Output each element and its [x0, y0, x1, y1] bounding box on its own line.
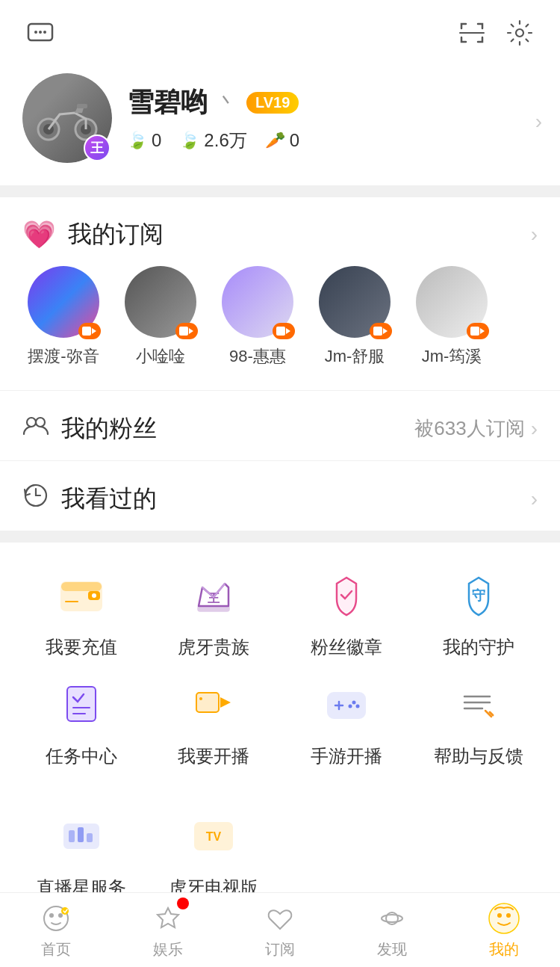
list-item[interactable]: 摆渡-弥音: [15, 266, 112, 368]
menu-item-recharge[interactable]: 我要充值: [15, 565, 148, 659]
svg-point-41: [352, 701, 355, 705]
svg-marker-18: [383, 328, 388, 334]
menu-item-noble[interactable]: 王 虎牙贵族: [148, 565, 281, 659]
svg-point-1: [34, 31, 37, 34]
menu-label-recharge: 我要充值: [46, 635, 117, 659]
fans-icon: [22, 412, 49, 445]
nav-icon-subscribe: [262, 900, 298, 936]
fans-subtitle: 被633人订阅: [414, 415, 524, 442]
sub-name: 98-惠惠: [229, 345, 286, 368]
svg-point-62: [506, 913, 511, 918]
subscription-title: 我的订阅: [68, 218, 164, 251]
svg-rect-15: [276, 327, 285, 336]
entertainment-badge: [177, 898, 189, 909]
nav-icon-profile: [486, 900, 522, 936]
menu-item-data[interactable]: 直播星服务: [15, 806, 148, 900]
bottom-navigation: 首页 娱乐 订阅 发现: [0, 892, 560, 967]
live-badge: [78, 323, 101, 339]
svg-rect-19: [470, 327, 479, 336]
svg-rect-51: [87, 833, 93, 842]
svg-rect-31: [67, 687, 96, 721]
nav-item-entertainment[interactable]: 娱乐: [112, 895, 224, 966]
menu-label-guard: 我的守护: [443, 635, 514, 659]
svg-marker-20: [480, 328, 485, 334]
svg-marker-12: [92, 328, 96, 334]
svg-point-2: [39, 31, 42, 34]
history-header[interactable]: 我看过的 ›: [0, 461, 560, 531]
svg-rect-17: [373, 327, 382, 336]
svg-point-5: [516, 29, 523, 37]
svg-point-55: [49, 913, 54, 918]
nav-label-discover: 发现: [377, 939, 407, 960]
profile-section: 王 雪碧哟 丶 LV19 🍃 0 🍃 2.6万 🥕 0 ›: [0, 58, 560, 185]
live-badge: [370, 323, 392, 339]
profile-stats: 🍃 0 🍃 2.6万 🥕 0: [127, 129, 538, 152]
scan-icon[interactable]: [454, 15, 490, 51]
menu-label-noble: 虎牙贵族: [178, 635, 249, 659]
svg-marker-36: [220, 697, 231, 708]
svg-rect-28: [198, 606, 229, 611]
stat-item-leaves2: 🍃 2.6万: [179, 129, 246, 152]
guard-icon: 守: [449, 565, 508, 625]
menu-item-guard[interactable]: 守 我的守护: [413, 565, 546, 659]
nav-item-subscribe[interactable]: 订阅: [224, 895, 336, 966]
settings-icon[interactable]: [502, 15, 538, 51]
svg-point-27: [92, 593, 96, 598]
fans-arrow[interactable]: ›: [531, 417, 538, 441]
menu-item-task[interactable]: 任务中心: [15, 674, 148, 768]
svg-point-57: [61, 907, 69, 915]
nav-icon-entertainment: [150, 900, 186, 936]
nav-label-subscribe: 订阅: [265, 939, 295, 960]
menu-label-game: 手游开播: [311, 744, 382, 768]
menu-item-help[interactable]: 帮助与反馈: [413, 674, 546, 768]
svg-point-61: [497, 913, 502, 918]
profile-arrow[interactable]: ›: [535, 110, 542, 134]
nav-icon-discover: [374, 900, 410, 936]
svg-rect-10: [77, 104, 87, 108]
menu-label-help: 帮助与反馈: [434, 744, 523, 768]
sub-name: Jm-舒服: [325, 345, 385, 368]
nav-item-profile[interactable]: 我的: [448, 895, 560, 966]
svg-rect-11: [82, 327, 91, 336]
svg-point-42: [355, 705, 359, 708]
sub-name: Jm-筠溪: [422, 345, 482, 368]
chat-icon[interactable]: [22, 15, 58, 51]
list-item[interactable]: Jm-筠溪: [403, 266, 500, 368]
menu-item-tv[interactable]: TV 虎牙电视版: [148, 806, 281, 900]
subscription-header: 💗 我的订阅 ›: [0, 197, 560, 266]
subscription-arrow[interactable]: ›: [531, 223, 538, 247]
svg-point-56: [58, 913, 63, 918]
history-arrow[interactable]: ›: [531, 487, 538, 511]
subscription-section: 💗 我的订阅 › 摆渡-弥音 小唫唫: [0, 197, 560, 531]
section-divider-2: [0, 531, 560, 543]
live-badge: [273, 323, 295, 339]
fans-header[interactable]: 我的粉丝 被633人订阅 ›: [0, 391, 560, 460]
svg-point-3: [43, 31, 46, 34]
stat-value-coins: 0: [290, 130, 299, 151]
nav-label-home: 首页: [41, 939, 71, 960]
top-bar: [0, 0, 560, 58]
menu-grid: 我要充值 王 虎牙贵族 粉丝徽章 守: [0, 543, 560, 791]
nav-item-discover[interactable]: 发现: [336, 895, 448, 966]
game-icon: [317, 674, 376, 734]
svg-rect-50: [78, 827, 84, 842]
sub-name: 小唫唫: [136, 345, 185, 368]
profile-info: 雪碧哟 丶 LV19 🍃 0 🍃 2.6万 🥕 0: [112, 84, 538, 152]
data-icon: [52, 806, 111, 865]
avatar[interactable]: 王: [22, 73, 112, 163]
list-item[interactable]: Jm-舒服: [306, 266, 403, 368]
menu-item-badge[interactable]: 粉丝徽章: [280, 565, 413, 659]
nav-item-home[interactable]: 首页: [0, 895, 112, 966]
profile-slash: 丶: [217, 88, 237, 117]
list-item[interactable]: 98-惠惠: [209, 266, 306, 368]
history-icon: [22, 482, 49, 516]
king-icon: 王: [184, 565, 243, 625]
menu-item-game[interactable]: 手游开播: [280, 674, 413, 768]
history-title: 我看过的: [61, 483, 157, 516]
list-item[interactable]: 小唫唫: [112, 266, 209, 368]
tv-icon: TV: [184, 806, 243, 865]
svg-point-43: [348, 705, 352, 708]
svg-point-59: [382, 915, 402, 922]
svg-rect-49: [69, 830, 75, 842]
menu-item-stream[interactable]: 我要开播: [148, 674, 281, 768]
